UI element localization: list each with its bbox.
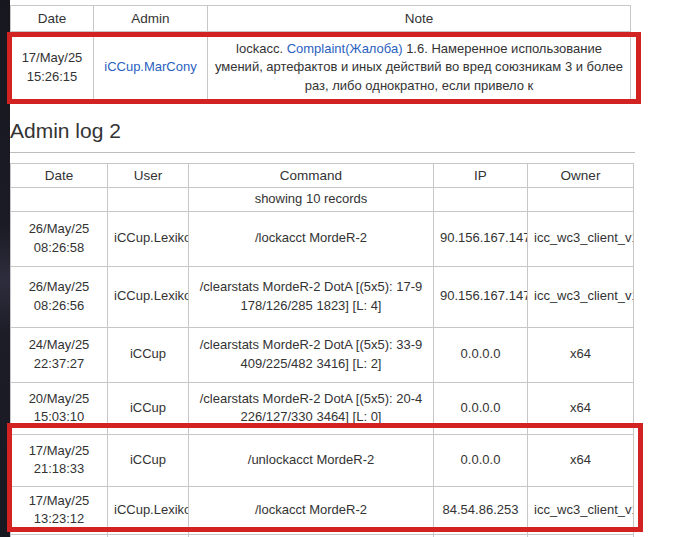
records-count-text: showing 10 records — [189, 188, 434, 211]
cell-command: /lockacct MordeR-2 — [189, 211, 434, 266]
cell-ip: 0.0.0.0 — [434, 327, 528, 382]
page-title: Admin log 2 — [10, 119, 410, 143]
status-row: showing 10 records — [11, 188, 634, 211]
log-col-header-user: User — [108, 164, 189, 188]
cell-date: 20/May/2515:03:10 — [11, 382, 108, 434]
cell-date: 26/May/2508:26:58 — [11, 211, 108, 266]
cell-ip: 90.156.167.147 — [434, 211, 528, 266]
cell-user: iCCup — [108, 382, 189, 434]
date-value: 17/May/25 — [29, 493, 90, 508]
cell-user: iCCup — [108, 434, 189, 486]
time-value: 22:37:27 — [34, 356, 85, 371]
table-row: 17/May/2513:23:12 iCCup.Lexiko /lockacct… — [11, 486, 634, 534]
cell-owner: icc_wc3_client_v1 — [528, 266, 634, 327]
cell-command: /clearstats MordeR-2 DotA [(5x5): 33-9 4… — [189, 327, 434, 382]
cell-empty — [528, 188, 634, 211]
time-value: 15:26:15 — [27, 69, 78, 84]
cell-empty — [108, 188, 189, 211]
cell-empty — [11, 188, 108, 211]
cell-owner: x64 — [528, 327, 634, 382]
cell-command: /clearstats MordeR-2 DotA [(5x5): 20-4 2… — [189, 382, 434, 434]
cell-ip: 0.0.0.0 — [434, 382, 528, 434]
log-col-header-owner: Owner — [528, 164, 634, 188]
date-value: 17/May/25 — [29, 443, 90, 458]
top-col-header-admin: Admin — [94, 6, 208, 32]
cell-ip: 84.54.86.253 — [434, 486, 528, 534]
cell-owner: icc_wc3_client_v1 — [528, 211, 634, 266]
cell-date: 26/May/2508:26:56 — [11, 266, 108, 327]
cell-ip: 90.156.167.147 — [434, 266, 528, 327]
table-row: 17/May/2521:18:33 iCCup /unlockacct Mord… — [11, 434, 634, 486]
time-value: 13:23:12 — [34, 511, 85, 526]
cell-user: iCCup.Lexiko — [108, 266, 189, 327]
cell-command: /clearstats MordeR-2 DotA [(5x5): 17-9 1… — [189, 266, 434, 327]
cell-user: iCCup.Lexiko — [108, 486, 189, 534]
admin-log-page: Date Admin Note 17/May/25 15:26:15 iCCup… — [0, 0, 694, 537]
time-value: 21:18:33 — [34, 461, 85, 476]
heading-divider — [10, 152, 635, 153]
date-value: 24/May/25 — [29, 337, 90, 352]
log-col-header-command: Command — [189, 164, 434, 188]
table-row: 24/May/2522:37:27 iCCup /clearstats Mord… — [11, 327, 634, 382]
cell-owner: x64 — [528, 382, 634, 434]
cell-admin: iCCup.MarCony — [94, 32, 208, 104]
cell-command: /unlockacct MordeR-2 — [189, 434, 434, 486]
cell-date: 24/May/2522:37:27 — [11, 327, 108, 382]
log-table-header-row: Date User Command IP Owner — [11, 164, 634, 188]
date-value: 26/May/25 — [29, 221, 90, 236]
table-row: 17/May/25 15:26:15 iCCup.MarCony lockacc… — [11, 32, 631, 104]
date-value: 20/May/25 — [29, 391, 90, 406]
cell-owner: x64 — [528, 434, 634, 486]
table-row: 26/May/2508:26:58 iCCup.Lexiko /lockacct… — [11, 211, 634, 266]
cell-ip: 0.0.0.0 — [434, 434, 528, 486]
date-value: 26/May/25 — [29, 279, 90, 294]
time-value: 08:26:56 — [34, 298, 85, 313]
top-col-header-note: Note — [208, 6, 631, 32]
table-row: 26/May/2508:26:56 iCCup.Lexiko /clearsta… — [11, 266, 634, 327]
date-value: 17/May/25 — [22, 50, 83, 65]
top-col-header-date: Date — [11, 6, 94, 32]
time-value: 08:26:58 — [34, 240, 85, 255]
cell-date: 17/May/25 15:26:15 — [11, 32, 94, 104]
table-row: 20/May/2515:03:10 iCCup /clearstats Mord… — [11, 382, 634, 434]
cell-note: lockacc. Complaint(Жалоба) 1.6. Намеренн… — [208, 32, 631, 104]
cell-date: 17/May/2513:23:12 — [11, 486, 108, 534]
cell-user: iCCup.Lexiko — [108, 211, 189, 266]
log-col-header-ip: IP — [434, 164, 528, 188]
cell-date: 17/May/2521:18:33 — [11, 434, 108, 486]
admin-note-table: Date Admin Note 17/May/25 15:26:15 iCCup… — [10, 5, 631, 104]
time-value: 15:03:10 — [34, 409, 85, 424]
left-background-strip — [0, 0, 10, 537]
cell-user: iCCup — [108, 327, 189, 382]
cell-command: /lockacct MordeR-2 — [189, 486, 434, 534]
admin-log-table: Date User Command IP Owner showing 10 re… — [10, 163, 634, 537]
note-prefix-text: lockacc. — [236, 41, 287, 56]
cell-owner: icc_wc3_client_v1 — [528, 486, 634, 534]
log-col-header-date: Date — [11, 164, 108, 188]
cell-empty — [434, 188, 528, 211]
top-table-header-row: Date Admin Note — [11, 6, 631, 32]
complaint-rule-link[interactable]: Complaint(Жалоба) — [287, 41, 403, 56]
admin-user-link[interactable]: iCCup.MarCony — [104, 59, 196, 74]
